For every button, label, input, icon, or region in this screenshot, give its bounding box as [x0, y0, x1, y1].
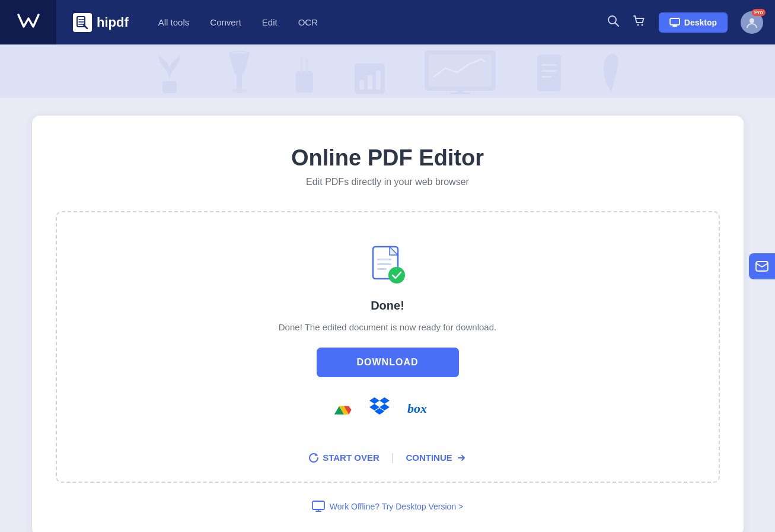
svg-rect-9: [296, 71, 313, 93]
svg-rect-14: [368, 75, 372, 90]
done-desc: Done! The edited document is now ready f…: [279, 322, 496, 332]
result-area: Done! Done! The edited document is now r…: [56, 211, 720, 483]
pro-badge: Pro: [752, 9, 766, 16]
action-divider: |: [391, 451, 394, 464]
desktop-label: Desktop: [684, 18, 717, 27]
wondershare-logo: [15, 10, 42, 35]
hipdf-logo[interactable]: hipdf: [73, 13, 129, 32]
svg-rect-26: [377, 263, 391, 265]
svg-rect-7: [237, 74, 242, 91]
nav-all-tools[interactable]: All tools: [158, 17, 190, 27]
svg-point-2: [637, 24, 639, 26]
continue-label: CONTINUE: [406, 453, 452, 463]
nav-links: All tools Convert Edit OCR: [158, 17, 595, 27]
done-title: Done!: [371, 299, 404, 313]
page-title: Online PDF Editor: [56, 145, 720, 171]
svg-rect-23: [541, 76, 552, 78]
hero-banner: [0, 44, 775, 98]
main-card: Online PDF Editor Edit PDFs directly in …: [32, 116, 744, 532]
nav-edit[interactable]: Edit: [262, 17, 278, 27]
offline-label: Work Offline? Try Desktop Version >: [330, 502, 464, 511]
download-button[interactable]: DOWNLOAD: [317, 348, 459, 377]
svg-rect-21: [541, 64, 557, 66]
svg-point-5: [750, 18, 754, 23]
cloud-upload-row: box: [333, 397, 443, 419]
box-button[interactable]: box: [407, 400, 443, 418]
desktop-button[interactable]: Desktop: [659, 12, 728, 33]
main-content: Online PDF Editor Edit PDFs directly in …: [0, 98, 775, 532]
dropbox-button[interactable]: [369, 397, 390, 419]
svg-rect-27: [377, 268, 387, 270]
svg-rect-13: [359, 80, 364, 90]
svg-rect-25: [377, 259, 391, 260]
svg-rect-20: [537, 55, 561, 91]
google-drive-button[interactable]: [333, 400, 352, 417]
svg-rect-10: [300, 56, 303, 73]
nav-ocr[interactable]: OCR: [298, 17, 318, 27]
user-avatar-wrap[interactable]: Pro: [741, 11, 763, 34]
svg-rect-11: [305, 58, 308, 73]
navbar: hipdf All tools Convert Edit OCR D: [0, 0, 775, 44]
search-button[interactable]: [607, 14, 620, 30]
svg-rect-4: [670, 18, 680, 25]
svg-rect-18: [457, 88, 463, 93]
start-over-button[interactable]: START OVER: [308, 453, 379, 463]
svg-rect-30: [312, 501, 324, 509]
wondershare-brand[interactable]: [0, 0, 56, 44]
cart-button[interactable]: [633, 14, 646, 30]
offline-banner[interactable]: Work Offline? Try Desktop Version >: [56, 501, 720, 512]
svg-rect-15: [376, 71, 381, 90]
svg-rect-22: [541, 70, 557, 72]
hipdf-name: hipdf: [97, 15, 129, 30]
feedback-button[interactable]: [749, 253, 775, 279]
svg-rect-19: [450, 93, 470, 94]
start-over-label: START OVER: [323, 453, 379, 463]
bottom-actions: START OVER | CONTINUE: [308, 445, 467, 464]
svg-rect-6: [162, 81, 177, 93]
page-subtitle: Edit PDFs directly in your web browser: [56, 177, 720, 187]
svg-point-3: [641, 24, 643, 26]
nav-convert[interactable]: Convert: [210, 17, 241, 27]
continue-button[interactable]: CONTINUE: [406, 453, 466, 463]
svg-point-28: [388, 267, 405, 283]
svg-text:box: box: [407, 401, 427, 415]
hipdf-logo-icon: [73, 13, 92, 32]
hero-illustration: [152, 47, 623, 95]
nav-icons: Desktop Pro: [607, 11, 763, 34]
svg-point-8: [232, 88, 247, 93]
done-icon: [364, 242, 412, 289]
